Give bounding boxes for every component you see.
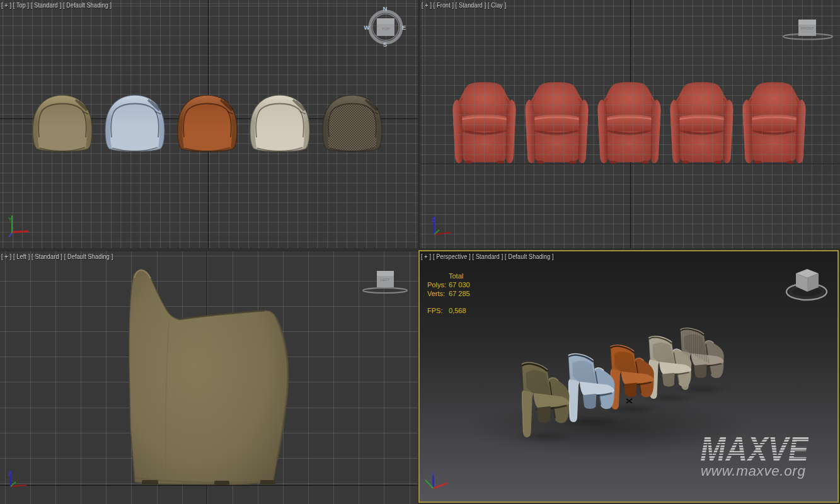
svg-text:Z: Z xyxy=(432,217,435,223)
svg-text:N: N xyxy=(383,5,388,12)
svg-text:Y: Y xyxy=(8,216,12,222)
svg-text:E: E xyxy=(402,24,406,31)
svg-text:z: z xyxy=(432,470,435,476)
svg-text:FRONT: FRONT xyxy=(801,26,814,30)
svg-text:S: S xyxy=(383,41,387,48)
svg-text:Z: Z xyxy=(8,471,12,477)
svg-text:LEFT: LEFT xyxy=(381,278,390,282)
svg-text:W: W xyxy=(364,24,370,31)
svg-text:TOP: TOP xyxy=(382,27,389,31)
